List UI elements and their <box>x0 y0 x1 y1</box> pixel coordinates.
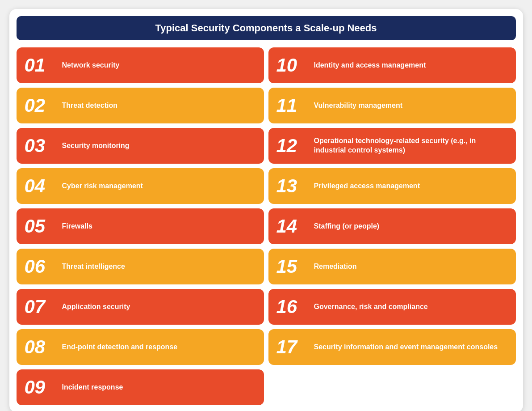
item-number: 06 <box>25 257 56 276</box>
item-label: Application security <box>62 302 130 312</box>
item-number: 17 <box>276 338 308 356</box>
list-item: 01Network security <box>17 47 264 83</box>
item-label: Privileged access management <box>314 182 420 191</box>
list-item: 15Remediation <box>268 249 516 284</box>
item-number: 07 <box>25 297 56 316</box>
item-label: Threat detection <box>62 101 117 110</box>
item-number: 09 <box>25 378 56 397</box>
list-item: 09Incident response <box>17 369 264 405</box>
item-number: 16 <box>276 297 308 316</box>
item-number: 15 <box>276 257 308 276</box>
list-item: 10Identity and access management <box>268 47 516 83</box>
left-column: 01Network security02Threat detection03Se… <box>17 47 264 405</box>
item-number: 13 <box>276 177 308 195</box>
list-item: 08End-point detection and response <box>17 329 264 365</box>
list-item: 05Firewalls <box>17 208 264 244</box>
right-column: 10Identity and access management11Vulner… <box>268 47 516 405</box>
list-item: 12Operational technology-related securit… <box>268 128 516 164</box>
title-bar: Typical Security Components a Scale-up N… <box>17 16 516 40</box>
item-number: 14 <box>276 217 308 236</box>
list-item: 03Security monitoring <box>17 128 264 164</box>
item-label: Staffing (or people) <box>314 222 380 231</box>
list-item: 04Cyber risk management <box>17 168 264 204</box>
item-label: Operational technology-related security … <box>314 136 508 155</box>
item-label: Security monitoring <box>62 141 130 151</box>
item-number: 11 <box>276 96 308 115</box>
item-label: Cyber risk management <box>62 182 143 191</box>
item-label: Network security <box>62 61 120 70</box>
list-item: 17Security information and event managem… <box>268 329 516 365</box>
item-label: Security information and event managemen… <box>314 343 498 352</box>
main-container: Typical Security Components a Scale-up N… <box>9 9 523 411</box>
item-label: End-point detection and response <box>62 343 178 352</box>
item-number: 10 <box>276 56 308 75</box>
list-item: 16Governance, risk and compliance <box>268 289 516 325</box>
item-number: 08 <box>25 338 56 356</box>
item-label: Incident response <box>62 383 123 392</box>
item-number: 04 <box>25 177 56 195</box>
item-label: Threat intelligence <box>62 262 125 271</box>
list-item: 13Privileged access management <box>268 168 516 204</box>
list-item: 11Vulnerability management <box>268 88 516 123</box>
main-title: Typical Security Components a Scale-up N… <box>27 22 505 34</box>
list-item: 02Threat detection <box>17 88 264 123</box>
item-label: Vulnerability management <box>314 101 403 110</box>
item-number: 05 <box>25 217 56 236</box>
item-number: 12 <box>276 136 308 155</box>
list-item: 06Threat intelligence <box>17 249 264 284</box>
item-number: 01 <box>25 56 56 75</box>
item-number: 02 <box>25 96 56 115</box>
item-label: Governance, risk and compliance <box>314 302 428 312</box>
item-number: 03 <box>25 136 56 155</box>
item-label: Firewalls <box>62 222 92 231</box>
list-item: 14Staffing (or people) <box>268 208 516 244</box>
list-item: 07Application security <box>17 289 264 325</box>
item-label: Identity and access management <box>314 61 426 70</box>
item-label: Remediation <box>314 262 357 271</box>
items-grid: 01Network security02Threat detection03Se… <box>17 47 516 405</box>
